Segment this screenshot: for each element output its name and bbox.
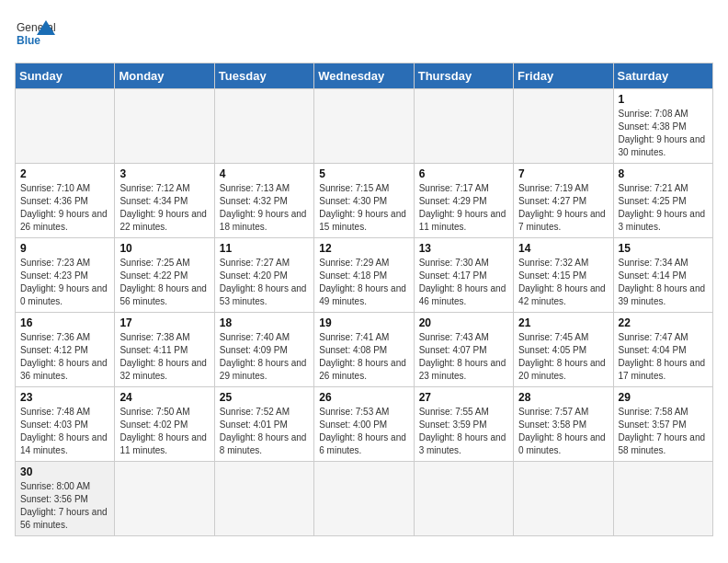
calendar-cell: 4Sunrise: 7:13 AM Sunset: 4:32 PM Daylig… <box>214 164 313 238</box>
calendar-cell: 9Sunrise: 7:23 AM Sunset: 4:23 PM Daylig… <box>16 238 115 313</box>
calendar-cell: 16Sunrise: 7:36 AM Sunset: 4:12 PM Dayli… <box>16 313 115 387</box>
calendar-cell: 24Sunrise: 7:50 AM Sunset: 4:02 PM Dayli… <box>115 387 214 462</box>
calendar-cell <box>414 89 513 164</box>
calendar-cell: 26Sunrise: 7:53 AM Sunset: 4:00 PM Dayli… <box>314 387 414 462</box>
calendar-cell: 21Sunrise: 7:45 AM Sunset: 4:05 PM Dayli… <box>514 313 613 387</box>
day-number: 19 <box>319 316 408 329</box>
day-info: Sunrise: 7:13 AM Sunset: 4:32 PM Dayligh… <box>220 182 309 234</box>
day-info: Sunrise: 7:29 AM Sunset: 4:18 PM Dayligh… <box>319 257 408 308</box>
calendar-table: SundayMondayTuesdayWednesdayThursdayFrid… <box>15 63 713 536</box>
calendar-header-row: SundayMondayTuesdayWednesdayThursdayFrid… <box>16 63 713 89</box>
logo: General Blue <box>15 15 55 55</box>
day-info: Sunrise: 7:50 AM Sunset: 4:02 PM Dayligh… <box>119 406 209 457</box>
day-number: 21 <box>518 316 608 329</box>
day-number: 5 <box>319 167 408 180</box>
day-info: Sunrise: 7:12 AM Sunset: 4:34 PM Dayligh… <box>119 182 209 234</box>
calendar-cell: 29Sunrise: 7:58 AM Sunset: 3:57 PM Dayli… <box>613 387 712 462</box>
calendar-cell: 28Sunrise: 7:57 AM Sunset: 3:58 PM Dayli… <box>514 387 613 462</box>
day-info: Sunrise: 7:27 AM Sunset: 4:20 PM Dayligh… <box>220 257 309 308</box>
day-info: Sunrise: 7:36 AM Sunset: 4:12 PM Dayligh… <box>20 331 109 383</box>
calendar-cell: 23Sunrise: 7:48 AM Sunset: 4:03 PM Dayli… <box>16 387 115 462</box>
calendar-week-row: 23Sunrise: 7:48 AM Sunset: 4:03 PM Dayli… <box>16 387 713 462</box>
column-header-sunday: Sunday <box>16 63 115 89</box>
calendar-cell <box>514 462 613 536</box>
day-number: 10 <box>119 242 209 255</box>
day-number: 12 <box>319 242 408 255</box>
day-info: Sunrise: 7:40 AM Sunset: 4:09 PM Dayligh… <box>220 331 309 383</box>
calendar-cell: 5Sunrise: 7:15 AM Sunset: 4:30 PM Daylig… <box>314 164 414 238</box>
day-info: Sunrise: 7:41 AM Sunset: 4:08 PM Dayligh… <box>319 331 408 383</box>
calendar-week-row: 9Sunrise: 7:23 AM Sunset: 4:23 PM Daylig… <box>16 238 713 313</box>
calendar-cell: 17Sunrise: 7:38 AM Sunset: 4:11 PM Dayli… <box>115 313 214 387</box>
day-number: 20 <box>419 316 508 329</box>
calendar-cell: 25Sunrise: 7:52 AM Sunset: 4:01 PM Dayli… <box>214 387 313 462</box>
day-info: Sunrise: 7:48 AM Sunset: 4:03 PM Dayligh… <box>20 406 109 457</box>
day-number: 26 <box>319 391 408 404</box>
day-number: 16 <box>20 316 109 329</box>
calendar-cell <box>115 89 214 164</box>
day-info: Sunrise: 7:53 AM Sunset: 4:00 PM Dayligh… <box>319 406 408 457</box>
calendar-cell: 18Sunrise: 7:40 AM Sunset: 4:09 PM Dayli… <box>214 313 313 387</box>
column-header-friday: Friday <box>514 63 613 89</box>
calendar-cell <box>115 462 214 536</box>
day-info: Sunrise: 7:15 AM Sunset: 4:30 PM Dayligh… <box>319 182 408 234</box>
day-number: 18 <box>220 316 309 329</box>
day-number: 24 <box>119 391 209 404</box>
day-number: 4 <box>220 167 309 180</box>
calendar-cell <box>214 462 313 536</box>
day-info: Sunrise: 7:19 AM Sunset: 4:27 PM Dayligh… <box>518 182 608 234</box>
day-info: Sunrise: 7:30 AM Sunset: 4:17 PM Dayligh… <box>419 257 508 308</box>
day-number: 22 <box>619 316 708 329</box>
calendar-cell: 11Sunrise: 7:27 AM Sunset: 4:20 PM Dayli… <box>214 238 313 313</box>
calendar-cell <box>414 462 513 536</box>
calendar-cell: 22Sunrise: 7:47 AM Sunset: 4:04 PM Dayli… <box>613 313 712 387</box>
calendar-cell: 20Sunrise: 7:43 AM Sunset: 4:07 PM Dayli… <box>414 313 513 387</box>
calendar-week-row: 30Sunrise: 8:00 AM Sunset: 3:56 PM Dayli… <box>16 462 713 536</box>
column-header-monday: Monday <box>115 63 214 89</box>
day-info: Sunrise: 7:34 AM Sunset: 4:14 PM Dayligh… <box>619 257 708 308</box>
calendar-week-row: 16Sunrise: 7:36 AM Sunset: 4:12 PM Dayli… <box>16 313 713 387</box>
calendar-cell: 14Sunrise: 7:32 AM Sunset: 4:15 PM Dayli… <box>514 238 613 313</box>
day-number: 6 <box>419 167 508 180</box>
day-info: Sunrise: 7:57 AM Sunset: 3:58 PM Dayligh… <box>518 406 608 457</box>
calendar-cell <box>514 89 613 164</box>
logo-svg: General Blue <box>15 15 55 55</box>
calendar-cell: 3Sunrise: 7:12 AM Sunset: 4:34 PM Daylig… <box>115 164 214 238</box>
day-info: Sunrise: 7:45 AM Sunset: 4:05 PM Dayligh… <box>518 331 608 383</box>
day-info: Sunrise: 7:43 AM Sunset: 4:07 PM Dayligh… <box>419 331 508 383</box>
day-info: Sunrise: 7:17 AM Sunset: 4:29 PM Dayligh… <box>419 182 508 234</box>
day-number: 1 <box>619 93 708 106</box>
day-number: 7 <box>518 167 608 180</box>
calendar-cell: 6Sunrise: 7:17 AM Sunset: 4:29 PM Daylig… <box>414 164 513 238</box>
day-info: Sunrise: 7:32 AM Sunset: 4:15 PM Dayligh… <box>518 257 608 308</box>
calendar-cell: 15Sunrise: 7:34 AM Sunset: 4:14 PM Dayli… <box>613 238 712 313</box>
day-info: Sunrise: 7:47 AM Sunset: 4:04 PM Dayligh… <box>619 331 708 383</box>
calendar-cell: 13Sunrise: 7:30 AM Sunset: 4:17 PM Dayli… <box>414 238 513 313</box>
day-number: 15 <box>619 242 708 255</box>
day-number: 3 <box>119 167 209 180</box>
day-info: Sunrise: 7:55 AM Sunset: 3:59 PM Dayligh… <box>419 406 508 457</box>
calendar-cell: 30Sunrise: 8:00 AM Sunset: 3:56 PM Dayli… <box>16 462 115 536</box>
day-number: 29 <box>619 391 708 404</box>
calendar-cell: 8Sunrise: 7:21 AM Sunset: 4:25 PM Daylig… <box>613 164 712 238</box>
calendar-cell: 7Sunrise: 7:19 AM Sunset: 4:27 PM Daylig… <box>514 164 613 238</box>
day-info: Sunrise: 7:08 AM Sunset: 4:38 PM Dayligh… <box>619 108 708 159</box>
day-number: 30 <box>20 465 109 478</box>
day-number: 28 <box>518 391 608 404</box>
day-info: Sunrise: 7:52 AM Sunset: 4:01 PM Dayligh… <box>220 406 309 457</box>
day-number: 13 <box>419 242 508 255</box>
calendar-week-row: 1Sunrise: 7:08 AM Sunset: 4:38 PM Daylig… <box>16 89 713 164</box>
calendar-cell <box>314 89 414 164</box>
day-info: Sunrise: 8:00 AM Sunset: 3:56 PM Dayligh… <box>20 480 109 532</box>
column-header-saturday: Saturday <box>613 63 712 89</box>
day-number: 14 <box>518 242 608 255</box>
day-number: 8 <box>619 167 708 180</box>
day-number: 23 <box>20 391 109 404</box>
calendar-cell: 10Sunrise: 7:25 AM Sunset: 4:22 PM Dayli… <box>115 238 214 313</box>
calendar-cell: 2Sunrise: 7:10 AM Sunset: 4:36 PM Daylig… <box>16 164 115 238</box>
day-number: 9 <box>20 242 109 255</box>
calendar-cell <box>214 89 313 164</box>
day-info: Sunrise: 7:58 AM Sunset: 3:57 PM Dayligh… <box>619 406 708 457</box>
calendar-cell <box>314 462 414 536</box>
calendar-cell: 12Sunrise: 7:29 AM Sunset: 4:18 PM Dayli… <box>314 238 414 313</box>
